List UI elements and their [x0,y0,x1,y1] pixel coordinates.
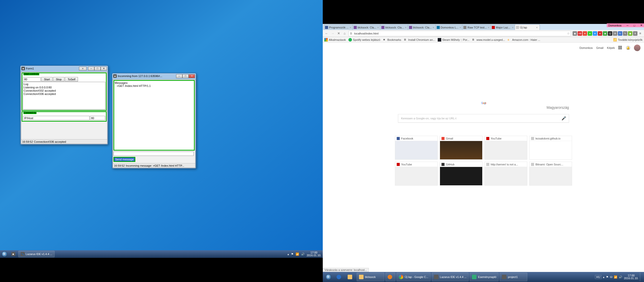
right-taskbar[interactable]: blcksock Új lap - Google C... Lazarus ID… [323,272,644,282]
chevron-up-icon[interactable]: ▴ [288,253,289,256]
ext-icon[interactable]: ✎ [623,31,627,36]
left-taskbar[interactable]: ◆ 🐾 Lazarus IDE v1.4.4 ... ▴ ⚑ 📶 🔊 17:00… [0,250,323,258]
send-button[interactable]: Send message [113,157,135,162]
flag-icon[interactable]: ⚑ [606,275,609,279]
taskbar-media[interactable] [385,273,395,281]
chevron-up-icon[interactable]: ▴ [603,275,605,279]
close-button[interactable]: ✕ [189,74,195,78]
ext-icon[interactable]: ▣ [628,31,632,36]
close-tab-icon[interactable]: × [536,26,539,29]
port2-input[interactable] [90,116,105,120]
back-button[interactable]: ← [324,31,329,36]
browser-tab[interactable]: Major Laz...× [491,24,516,30]
ext-icon[interactable]: ● [588,31,592,36]
forward-button[interactable]: → [330,31,335,36]
message-input[interactable] [113,152,194,156]
ext-icon[interactable]: ● [598,31,602,36]
stop-button[interactable]: ✕ [336,31,341,36]
close-tab-icon[interactable]: × [433,26,435,29]
form1-titlebar[interactable]: ◆ Form1 ≡ ─ □ ✕ [20,66,108,71]
minimize-button[interactable]: ─ [627,24,629,27]
apps-shortcut[interactable]: Alkalmazások [324,38,346,42]
show-desktop[interactable] [640,273,642,281]
minimize-button[interactable]: ─ [176,74,182,78]
taskbar-lazarus[interactable]: Lazarus IDE v1.4.4 ... [432,273,469,281]
most-visited-tile[interactable]: YouTube [485,136,527,160]
most-visited-tile[interactable]: YouTube [395,162,438,186]
most-visited-tile[interactable]: Gmail [440,136,482,160]
abp-icon[interactable]: AB [578,31,582,36]
address-bar[interactable]: localhost/index.html [348,31,571,36]
account-link[interactable]: Domonkos [579,46,593,49]
network-icon[interactable]: 📶 [296,253,299,256]
ext-icon[interactable]: ● [593,31,597,36]
mic-icon[interactable]: 🎤 [561,116,566,121]
most-visited-tile[interactable]: Facebook [395,136,438,160]
search-input[interactable]: Keressen a Google-on, vagy írja be az UR… [398,114,569,123]
ext-icon[interactable]: ⬇ [633,31,637,36]
browser-tab[interactable]: Programozók ...× [324,24,353,30]
port-input[interactable] [23,77,41,82]
browser-tab[interactable]: Domonkos L...× [435,24,463,30]
stop-button[interactable]: Stop [53,77,64,82]
bookmark-item[interactable]: ★Bookmarks [383,38,401,42]
start-button[interactable]: Start [41,77,53,82]
incoming-titlebar[interactable]: ◆ Incomming from 127.0.0.1:63596#... ─ □… [112,73,196,79]
close-button[interactable]: ✕ [640,24,642,27]
most-visited-tile[interactable]: Bitnami: Open Sourc... [529,162,572,186]
avatar[interactable] [634,45,640,51]
maximize-button[interactable]: □ [633,24,635,27]
taskbar-lazarus[interactable]: 🐾 Lazarus IDE v1.4.4 ... [18,251,55,257]
taskbar-eventlog[interactable]: Eseménynapló [470,273,499,281]
toolbar-btn[interactable]: ≡ [79,67,87,70]
bookmark-item[interactable]: Spotify webes lejátszó [348,38,380,42]
browser-tab[interactable]: blcksock: Cla...× [380,24,409,30]
taskbar-item[interactable]: blcksock [357,273,384,281]
other-bookmarks[interactable]: 📁További könyvjelzők [613,38,642,42]
flag-icon[interactable]: ⚑ [291,253,294,256]
start-button[interactable] [323,273,334,281]
taskbar-project1[interactable]: project1 [500,273,527,281]
bookmark-item[interactable]: Steam Műhely :: Por... [438,38,469,42]
volume-icon[interactable]: 🔊 [301,253,305,256]
apps-launcher-icon[interactable] [618,46,622,50]
volume-icon[interactable]: 🔊 [619,275,622,279]
network-icon[interactable]: 📶 [614,275,617,279]
home-button[interactable]: ⌂ [342,31,347,36]
bookmark-item[interactable]: 🗎www.model.u-szeged... [472,38,505,42]
close-tab-icon[interactable]: × [350,26,352,29]
gmail-link[interactable]: Gmail [596,46,603,49]
images-link[interactable]: Képek [607,46,615,49]
pinned-app[interactable]: ◆ [9,252,18,256]
close-tab-icon[interactable]: × [488,26,490,29]
minimize-button[interactable]: ─ [88,67,94,70]
most-visited-tile[interactable]: lezsakdomi.github.io [529,136,572,160]
close-tab-icon[interactable]: × [512,26,514,29]
maximize-button[interactable]: □ [182,74,189,78]
maximize-button[interactable]: □ [94,67,101,70]
most-visited-tile[interactable]: http://server/ is not a... [485,162,527,186]
clock[interactable]: 17:00 2016.01.10. [307,251,321,257]
browser-tab[interactable]: blcksock: Cla...× [352,24,381,30]
clock[interactable]: 17:00 2016.01.10. [624,274,638,280]
ext-icon[interactable]: ⚙ [613,31,617,36]
close-tab-icon[interactable]: × [459,26,462,29]
ext-icon[interactable]: Q [608,31,612,36]
close-tab-icon[interactable]: × [405,26,408,29]
taskbar-explorer[interactable] [346,273,356,281]
taskbar-chrome[interactable]: Új lap - Google C... [396,273,431,281]
ext-icon[interactable]: ▣ [573,31,577,36]
close-tab-icon[interactable]: × [377,26,380,29]
language-indicator[interactable]: HU [595,275,601,279]
user-name[interactable]: Domonkos [608,24,622,27]
iphost-input[interactable] [23,116,90,120]
notifications-icon[interactable]: 🔔 [626,46,630,50]
close-button[interactable]: ✕ [101,67,107,70]
browser-tab[interactable]: Új lap× [515,24,540,30]
ext-icon[interactable]: ↻ [618,31,622,36]
taskbar-ie[interactable] [335,273,345,281]
bookmark-item[interactable]: 🗎Install Chromium an... [404,38,435,42]
ext-icon[interactable]: ● [583,31,587,36]
start-button[interactable] [0,250,9,258]
browser-tab[interactable]: blcksock: Cla...× [408,24,436,30]
